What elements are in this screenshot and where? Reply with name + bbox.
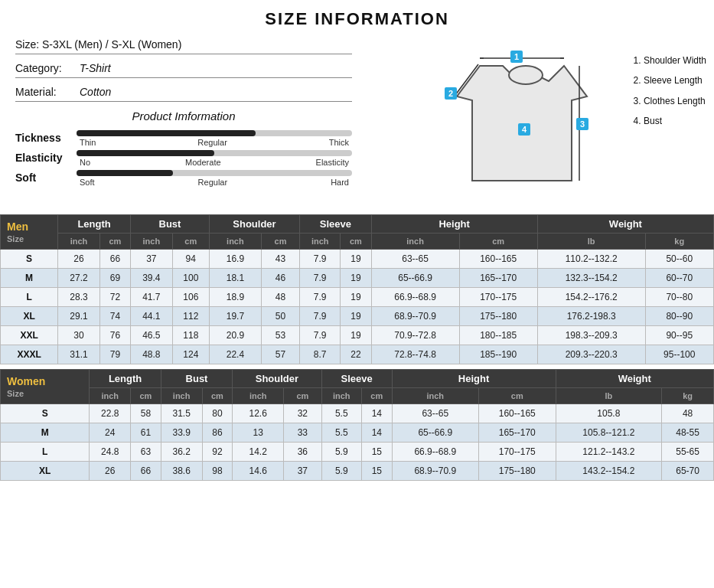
- men-size-cell: XXL: [1, 326, 58, 345]
- women-length-inch-cell: 22.8: [90, 404, 131, 423]
- svg-point-1: [509, 66, 543, 84]
- men-sleeve-cm-cell: 19: [341, 326, 371, 345]
- men-length-inch-cell: 30: [58, 326, 100, 345]
- women-table-row: XL 26 66 38.6 98 14.6 37 5.9 15 68.9--70…: [1, 462, 714, 481]
- men-size-cell: L: [1, 288, 58, 307]
- women-sleeve-header: Sleeve: [321, 370, 392, 388]
- men-sleeve-inch-cell: 7.9: [300, 250, 341, 269]
- men-length-inch-cell: 31.1: [58, 345, 100, 364]
- men-bust-cm-cell: 106: [172, 288, 209, 307]
- men-table-row: M 27.2 69 39.4 100 18.1 46 7.9 19 65--66…: [1, 269, 714, 288]
- tshirt-diagram: 1 2 3 4 1. Shoulder Width 2. Sleeve Leng…: [360, 35, 706, 211]
- legend-item-1: 1. Shoulder Width: [634, 51, 706, 70]
- women-shoulder-inch: inch: [233, 388, 284, 404]
- men-table-row: XL 29.1 74 44.1 112 19.7 50 7.9 19 68.9-…: [1, 307, 714, 326]
- women-weight-lb: lb: [556, 388, 662, 404]
- women-bust-cm-cell: 92: [202, 443, 233, 462]
- women-length-cm-cell: 61: [131, 423, 161, 443]
- men-height-cm-cell: 185--190: [459, 345, 537, 364]
- women-height-cm-cell: 175--180: [478, 462, 556, 481]
- women-size-table-section: Women Size Length Bust Shoulder Sleeve H…: [0, 369, 714, 481]
- women-size-cell: S: [1, 404, 90, 423]
- elasticity-row: Elasticity No Moderate Elasticity: [15, 149, 352, 167]
- men-weight-lb-cell: 198.3--209.3: [537, 326, 645, 345]
- men-size-table: Men Size Length Bust Shoulder Sleeve Hei…: [0, 214, 714, 364]
- men-height-inch-cell: 66.9--68.9: [371, 288, 459, 307]
- men-sleeve-inch-cell: 7.9: [300, 307, 341, 326]
- elasticity-marker-no: No: [80, 158, 90, 167]
- men-sleeve-cm-cell: 19: [341, 269, 371, 288]
- women-shoulder-header: Shoulder: [233, 370, 321, 388]
- women-weight-lb-cell: 105.8--121.2: [556, 423, 662, 443]
- men-height-inch-cell: 70.9--72.8: [371, 326, 459, 345]
- women-sleeve-inch-cell: 5.9: [321, 443, 361, 462]
- men-length-cm-cell: 79: [99, 345, 130, 364]
- category-value: T-Shirt: [80, 62, 111, 74]
- men-bust-inch-cell: 48.8: [131, 345, 173, 364]
- women-bust-cm-cell: 86: [202, 423, 233, 443]
- soft-marker-soft: Soft: [80, 178, 95, 187]
- women-height-cm-cell: 170--175: [478, 443, 556, 462]
- thickness-bar-track: [77, 130, 352, 136]
- men-height-inch: inch: [371, 234, 459, 250]
- men-height-cm-cell: 170--175: [459, 288, 537, 307]
- women-header-row-2: inch cm inch cm inch cm inch cm inch cm …: [1, 388, 714, 404]
- women-weight-kg: kg: [662, 388, 714, 404]
- men-shoulder-cm-cell: 50: [261, 307, 299, 326]
- women-length-cm: cm: [131, 388, 161, 404]
- men-shoulder-inch-cell: 16.9: [209, 250, 261, 269]
- material-line: Material: Cotton: [15, 83, 352, 102]
- men-shoulder-cm-cell: 57: [261, 345, 299, 364]
- men-bust-cm-cell: 124: [172, 345, 209, 364]
- men-sleeve-inch-cell: 7.9: [300, 269, 341, 288]
- men-size-cell: XXXL: [1, 345, 58, 364]
- men-sleeve-cm: cm: [341, 234, 371, 250]
- svg-text:2: 2: [448, 89, 452, 98]
- men-weight-lb-cell: 110.2--132.2: [537, 250, 645, 269]
- men-length-cm-cell: 76: [99, 326, 130, 345]
- men-sleeve-inch-cell: 7.9: [300, 326, 341, 345]
- soft-bar-section: Soft Regular Hard: [77, 168, 352, 187]
- women-bust-inch-cell: 36.2: [161, 443, 202, 462]
- men-bust-cm-cell: 100: [172, 269, 209, 288]
- legend-item-2: 2. Sleeve Length: [634, 70, 706, 90]
- men-weight-lb: lb: [537, 234, 645, 250]
- women-shoulder-inch-cell: 13: [233, 423, 284, 443]
- women-height-header: Height: [392, 370, 556, 388]
- men-height-cm-cell: 160--165: [459, 250, 537, 269]
- men-height-inch-cell: 63--65: [371, 250, 459, 269]
- men-bust-inch-cell: 37: [131, 250, 173, 269]
- elasticity-label: Elasticity: [15, 152, 77, 164]
- men-length-cm: cm: [99, 234, 130, 250]
- men-length-cm-cell: 74: [99, 307, 130, 326]
- men-weight-kg-cell: 95--100: [645, 345, 713, 364]
- men-size-sublabel: Size: [7, 234, 24, 243]
- soft-label: Soft: [15, 172, 77, 184]
- women-height-cm-cell: 165--170: [478, 423, 556, 443]
- men-weight-lb-cell: 154.2--176.2: [537, 288, 645, 307]
- men-gender-label: Men: [7, 220, 28, 233]
- women-size-table: Women Size Length Bust Shoulder Sleeve H…: [0, 369, 714, 481]
- thickness-label: Tickness: [15, 132, 77, 144]
- men-weight-lb-cell: 209.3--220.3: [537, 345, 645, 364]
- men-bust-cm-cell: 112: [172, 307, 209, 326]
- women-bust-header: Bust: [161, 370, 232, 388]
- elasticity-bar-fill: [77, 150, 214, 156]
- women-table-row: M 24 61 33.9 86 13 33 5.5 14 65--66.9 16…: [1, 423, 714, 443]
- women-length-inch-cell: 26: [90, 462, 131, 481]
- women-length-cm-cell: 66: [131, 462, 161, 481]
- men-weight-kg-cell: 70--80: [645, 288, 713, 307]
- svg-text:1: 1: [513, 52, 518, 61]
- men-bust-cm-cell: 118: [172, 326, 209, 345]
- men-gender-size-header: Men Size: [1, 215, 58, 250]
- women-height-inch-cell: 63--65: [392, 404, 478, 423]
- women-shoulder-cm-cell: 37: [284, 462, 321, 481]
- women-height-inch-cell: 65--66.9: [392, 423, 478, 443]
- men-shoulder-cm-cell: 46: [261, 269, 299, 288]
- women-weight-header: Weight: [556, 370, 713, 388]
- category-line: Category: T-Shirt: [15, 59, 352, 78]
- women-length-inch-cell: 24: [90, 423, 131, 443]
- women-weight-kg-cell: 55-65: [662, 443, 714, 462]
- men-length-inch-cell: 26: [58, 250, 100, 269]
- women-sleeve-inch: inch: [321, 388, 361, 404]
